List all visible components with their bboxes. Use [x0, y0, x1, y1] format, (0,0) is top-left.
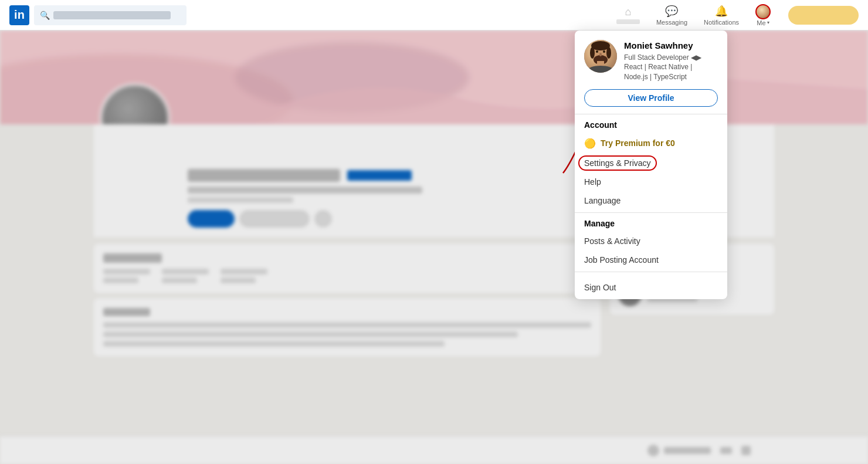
sign-out-item[interactable]: Sign Out — [575, 278, 727, 297]
view-profile-button[interactable]: View Profile — [584, 89, 718, 107]
notifications-label: Notifications — [704, 19, 739, 26]
nav-messaging[interactable]: 💬 Messaging — [648, 2, 696, 28]
dropdown-user-title: Full Stack Developer ◀▶ React | React Na… — [624, 53, 718, 82]
language-label: Language — [584, 196, 621, 205]
manage-section: Manage Posts & Activity Job Posting Acco… — [575, 213, 727, 272]
messaging-label: Messaging — [656, 19, 687, 26]
svg-point-9 — [603, 50, 605, 53]
svg-point-5 — [590, 47, 595, 59]
premium-nav-button[interactable] — [788, 6, 859, 25]
linkedin-logo: in — [9, 5, 29, 25]
dropdown-user-info: Moniet Sawhney Full Stack Developer ◀▶ R… — [624, 40, 718, 82]
home-icon: ⌂ — [625, 6, 631, 18]
me-label: Me ▾ — [757, 19, 769, 26]
dropdown-user-avatar — [584, 40, 617, 73]
svg-point-12 — [588, 66, 613, 73]
account-section-title: Account — [575, 120, 727, 133]
sign-out-label: Sign Out — [584, 283, 616, 292]
search-input-placeholder — [53, 11, 171, 19]
settings-privacy-item[interactable]: Settings & Privacy — [575, 154, 727, 172]
notifications-icon: 🔔 — [715, 5, 728, 18]
navbar: in 🔍 ⌂ 💬 Messaging 🔔 Notifications Me ▾ — [0, 0, 868, 31]
job-posting-label: Job Posting Account — [584, 255, 659, 265]
settings-privacy-label: Settings & Privacy — [584, 158, 651, 168]
settings-privacy-wrap: Settings & Privacy — [584, 158, 651, 168]
premium-icon: 🟡 — [584, 138, 596, 149]
me-dropdown: Moniet Sawhney Full Stack Developer ◀▶ R… — [575, 31, 727, 299]
try-premium-label: Try Premium for €0 — [601, 138, 675, 148]
dropdown-user-section: Moniet Sawhney Full Stack Developer ◀▶ R… — [575, 31, 727, 89]
nav-notifications[interactable]: 🔔 Notifications — [696, 2, 747, 28]
manage-section-title: Manage — [575, 219, 727, 232]
navbar-right-icons: ⌂ 💬 Messaging 🔔 Notifications Me ▾ — [608, 2, 859, 29]
me-avatar — [755, 4, 771, 19]
svg-point-10 — [599, 53, 602, 56]
sign-out-section: Sign Out — [575, 272, 727, 299]
search-bar[interactable]: 🔍 — [34, 5, 187, 25]
nav-me[interactable]: Me ▾ — [747, 2, 779, 29]
language-item[interactable]: Language — [575, 191, 727, 210]
search-icon: 🔍 — [40, 11, 50, 20]
posts-activity-item[interactable]: Posts & Activity — [575, 232, 727, 250]
help-label: Help — [584, 177, 601, 187]
dropdown-overlay — [0, 0, 868, 464]
svg-point-6 — [606, 47, 611, 59]
messaging-icon: 💬 — [665, 5, 678, 18]
posts-activity-label: Posts & Activity — [584, 236, 640, 246]
account-section: Account 🟡 Try Premium for €0 Settings & … — [575, 114, 727, 212]
try-premium-item[interactable]: 🟡 Try Premium for €0 — [575, 133, 727, 154]
help-item[interactable]: Help — [575, 172, 727, 191]
nav-home[interactable]: ⌂ — [608, 4, 648, 26]
svg-point-8 — [596, 50, 598, 53]
chevron-down-icon: ▾ — [767, 20, 769, 25]
job-posting-item[interactable]: Job Posting Account — [575, 250, 727, 269]
dropdown-user-name: Moniet Sawhney — [624, 40, 718, 52]
